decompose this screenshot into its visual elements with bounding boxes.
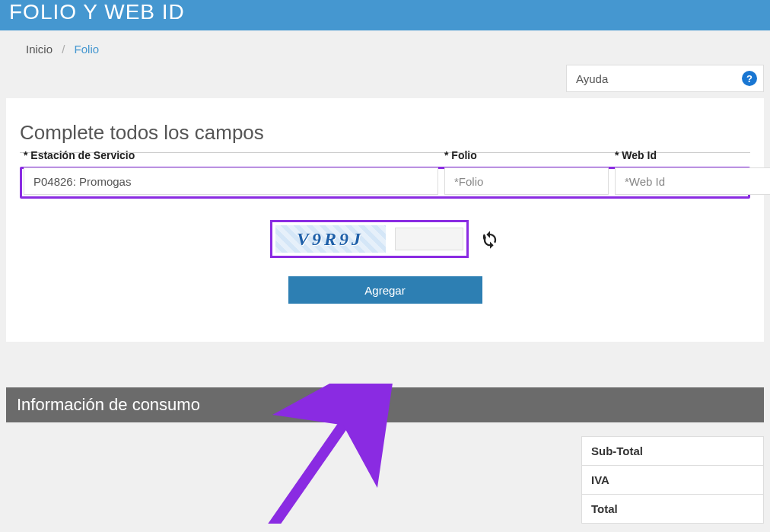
totals-total-label: Total <box>582 495 764 524</box>
help-icon[interactable]: ? <box>742 71 757 86</box>
agregar-button[interactable]: Agregar <box>288 276 482 304</box>
label-station: * Estación de Servicio <box>24 149 438 161</box>
station-input[interactable] <box>24 167 438 195</box>
webid-input[interactable] <box>615 167 770 195</box>
label-webid: * Web Id <box>615 149 770 161</box>
form-panel: Complete todos los campos * Estación de … <box>6 98 764 342</box>
form-heading: Complete todos los campos <box>20 121 750 153</box>
help-label: Ayuda <box>576 72 608 85</box>
totals-subtotal-label: Sub-Total <box>582 437 764 466</box>
captcha-input[interactable] <box>395 228 463 250</box>
breadcrumb-home[interactable]: Inicio <box>26 43 52 56</box>
label-folio: * Folio <box>444 149 609 161</box>
totals-block: Sub-Total IVA Total <box>6 436 764 524</box>
breadcrumb-separator: / <box>62 43 65 56</box>
page-title-bar: FOLIO Y WEB ID <box>0 0 770 30</box>
captcha-highlight-box: V9R9J <box>270 220 469 258</box>
field-highlight-box: * Estación de Servicio * Folio * Web Id <box>20 167 750 199</box>
captcha-image: V9R9J <box>275 225 386 253</box>
consumption-heading: Información de consumo <box>6 387 764 422</box>
breadcrumb: Inicio / Folio <box>0 30 770 65</box>
totals-iva-label: IVA <box>582 466 764 495</box>
folio-input[interactable] <box>444 167 609 195</box>
page-title: FOLIO Y WEB ID <box>9 0 761 24</box>
refresh-icon[interactable] <box>479 228 501 250</box>
help-box[interactable]: Ayuda ? <box>566 65 764 92</box>
breadcrumb-current: Folio <box>75 43 100 56</box>
